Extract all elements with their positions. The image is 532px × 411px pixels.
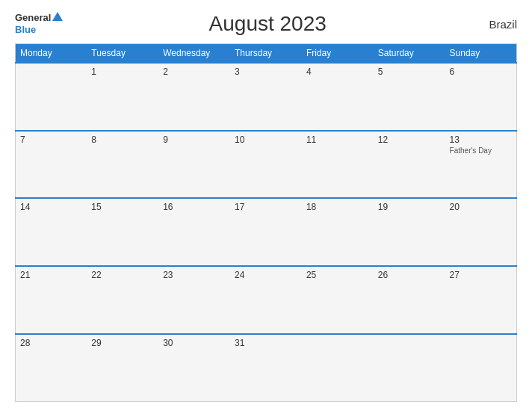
calendar-cell: 1 <box>87 63 158 131</box>
calendar-cell: 7 <box>16 131 87 199</box>
day-number: 27 <box>450 270 512 280</box>
logo-general-text: General <box>15 13 51 23</box>
day-number: 29 <box>91 338 154 348</box>
weekday-wednesday: Wednesday <box>158 44 230 64</box>
day-number: 18 <box>306 202 369 212</box>
day-number: 6 <box>450 67 512 77</box>
day-number: 21 <box>20 270 82 280</box>
day-number: 5 <box>378 67 441 77</box>
calendar-page: General Blue August 2023 Brazil MondayTu… <box>0 0 532 411</box>
calendar-cell: 24 <box>230 266 302 334</box>
weekday-monday: Monday <box>16 44 87 64</box>
weekday-sunday: Sunday <box>445 44 517 64</box>
day-number: 11 <box>306 135 369 145</box>
calendar-cell: 26 <box>374 266 445 334</box>
calendar-cell: 5 <box>374 63 445 131</box>
weekday-header-row: MondayTuesdayWednesdayThursdayFridaySatu… <box>16 44 517 64</box>
calendar-cell: 17 <box>230 198 302 266</box>
calendar-cell: 21 <box>16 266 87 334</box>
calendar-cell: 28 <box>16 334 87 402</box>
day-number: 7 <box>20 135 82 145</box>
day-number: 20 <box>450 202 512 212</box>
day-number: 10 <box>235 135 297 145</box>
calendar-cell: 13Father's Day <box>445 131 517 199</box>
calendar-cell: 16 <box>158 198 230 266</box>
day-number: 24 <box>235 270 297 280</box>
calendar-cell: 10 <box>230 131 302 199</box>
logo-triangle-icon <box>52 12 63 21</box>
calendar-cell: 31 <box>230 334 302 402</box>
country-label: Brazil <box>472 18 517 31</box>
day-number: 9 <box>163 135 226 145</box>
day-number: 26 <box>378 270 441 280</box>
calendar-cell <box>374 334 445 402</box>
calendar-cell: 30 <box>158 334 230 402</box>
day-number: 8 <box>91 135 154 145</box>
weekday-tuesday: Tuesday <box>87 44 158 64</box>
week-row-4: 21222324252627 <box>16 266 517 334</box>
day-number: 14 <box>20 202 82 212</box>
day-number: 12 <box>378 135 441 145</box>
calendar-cell: 8 <box>87 131 158 199</box>
header: General Blue August 2023 Brazil <box>15 12 517 36</box>
calendar-cell: 23 <box>158 266 230 334</box>
day-number: 25 <box>306 270 369 280</box>
calendar-cell: 15 <box>87 198 158 266</box>
calendar-cell: 12 <box>374 131 445 199</box>
calendar-table: MondayTuesdayWednesdayThursdayFridaySatu… <box>15 43 517 402</box>
calendar-cell: 9 <box>158 131 230 199</box>
day-number: 22 <box>91 270 154 280</box>
day-number: 28 <box>20 338 82 348</box>
calendar-cell <box>445 334 517 402</box>
week-row-3: 14151617181920 <box>16 198 517 266</box>
weekday-thursday: Thursday <box>230 44 302 64</box>
week-row-5: 28293031 <box>16 334 517 402</box>
day-number: 4 <box>306 67 369 77</box>
day-number: 2 <box>163 67 226 77</box>
day-number: 23 <box>163 270 226 280</box>
day-number: 30 <box>163 338 226 348</box>
calendar-cell: 4 <box>302 63 374 131</box>
day-number: 3 <box>235 67 297 77</box>
calendar-cell: 18 <box>302 198 374 266</box>
calendar-cell: 11 <box>302 131 374 199</box>
calendar-cell: 22 <box>87 266 158 334</box>
logo-blue-text: Blue <box>15 24 36 35</box>
day-number: 31 <box>235 338 297 348</box>
calendar-cell: 27 <box>445 266 517 334</box>
day-number: 13 <box>450 135 512 145</box>
week-row-1: 123456 <box>16 63 517 131</box>
event-label: Father's Day <box>450 146 512 155</box>
calendar-cell: 25 <box>302 266 374 334</box>
calendar-cell: 2 <box>158 63 230 131</box>
calendar-cell: 3 <box>230 63 302 131</box>
day-number: 17 <box>235 202 297 212</box>
day-number: 19 <box>378 202 441 212</box>
week-row-2: 78910111213Father's Day <box>16 131 517 199</box>
weekday-saturday: Saturday <box>374 44 445 64</box>
day-number: 1 <box>91 67 154 77</box>
calendar-cell <box>16 63 87 131</box>
page-title: August 2023 <box>63 12 472 36</box>
calendar-cell: 29 <box>87 334 158 402</box>
weekday-friday: Friday <box>302 44 374 64</box>
day-number: 16 <box>163 202 226 212</box>
logo: General Blue <box>15 13 63 36</box>
day-number: 15 <box>91 202 154 212</box>
calendar-cell: 20 <box>445 198 517 266</box>
calendar-cell <box>302 334 374 402</box>
calendar-cell: 14 <box>16 198 87 266</box>
calendar-cell: 6 <box>445 63 517 131</box>
calendar-cell: 19 <box>374 198 445 266</box>
